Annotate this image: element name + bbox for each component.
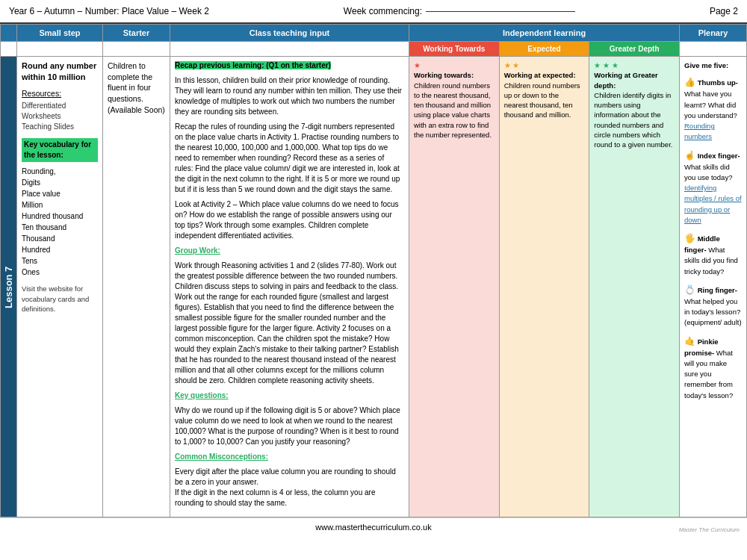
lesson-label: Lesson 7 <box>1 57 17 517</box>
sub-small-step <box>17 42 103 57</box>
col-header-teaching: Class teaching input <box>170 25 409 42</box>
resource-3: Teaching Slides <box>22 122 98 132</box>
recap-rules: Recap the rules of rounding using the 7-… <box>175 122 404 195</box>
sub-working: Working Towards <box>409 42 500 57</box>
recap-heading: Recap previous learning: (Q1 on the star… <box>175 60 404 71</box>
sub-expected: Expected <box>499 42 589 57</box>
plenary-item-1: 👍 Thumbs up- What have you learnt? What … <box>684 75 742 142</box>
middle-icon: 🖐 <box>684 233 695 243</box>
vocab-rounding: Rounding, <box>22 166 98 177</box>
footer-url: www.masterthecurriculum.co.uk <box>315 523 431 532</box>
plenary-item-4: 💍 Ring finger- What helped you in today'… <box>684 283 742 329</box>
sub-greater: Greater Depth <box>589 42 680 57</box>
activity2: Look at Activity 2 – Which place value c… <box>175 199 404 241</box>
col-header-indep: Independent learning <box>409 25 680 42</box>
sub-plenary <box>680 42 747 57</box>
vocab-tens: Tens <box>22 255 98 267</box>
page-footer: www.masterthecurriculum.co.uk Master The… <box>0 517 747 536</box>
plenary-label-4: Ring finger- <box>698 286 737 294</box>
working-cell: ★ Working towards: Children round number… <box>409 57 500 517</box>
common-misc-body: Every digit after the place value column… <box>175 467 404 508</box>
plenary-cell: Give me five: 👍 Thumbs up- What have you… <box>680 57 747 517</box>
col-header-plenary: Plenary <box>680 25 747 42</box>
greater-body: Children identify digits in numbers usin… <box>594 90 675 150</box>
plenary-link-1: Rounding numbers <box>684 122 715 140</box>
expected-body: Children round numbers up or down to the… <box>504 81 585 120</box>
plenary-item-3: 🖐 Middle finger- What skills did you fin… <box>684 231 742 277</box>
vocab-ones: Ones <box>22 267 98 278</box>
vocab-list: Rounding, Digits Place value Million Hun… <box>22 166 98 278</box>
working-body: Children round numbers to the nearest th… <box>414 81 495 140</box>
sub-header-row: Working Towards Expected Greater Depth <box>1 42 747 57</box>
resource-1: Differentiated <box>22 101 98 111</box>
ring-icon: 💍 <box>684 284 695 295</box>
expected-label: Working at expected: <box>504 70 585 80</box>
group-work-label: Group Work: <box>175 246 220 255</box>
plenary-label-2: Index finger- <box>698 152 740 160</box>
recap-body: In this lesson, children build on their … <box>175 75 404 117</box>
key-questions-label: Key questions: <box>175 391 229 399</box>
common-misc-heading: Common Misconceptions: <box>175 452 404 462</box>
group-work-heading: Group Work: <box>175 246 404 256</box>
vocab-hundred: Hundred <box>22 244 98 255</box>
key-vocab-highlight: Key vocabulary for the lesson: <box>22 138 98 162</box>
vocab-ten-thousand: Ten thousand <box>22 222 98 233</box>
recap-heading-text: Recap previous learning: (Q1 on the star… <box>175 61 331 69</box>
vocab-thousand: Thousand <box>22 233 98 244</box>
greater-cell: ★ ★ ★ Working at Greater depth: Children… <box>589 57 680 517</box>
plenary-text-2: What skills did you use today? <box>684 163 732 181</box>
pinkie-icon: 🤙 <box>684 336 695 346</box>
plenary-item-5: 🤙 Pinkie promise- What will you make sur… <box>684 335 742 401</box>
index-icon: ☝ <box>684 150 695 161</box>
footer-logo: Master The Curriculum <box>679 526 740 533</box>
vocab-hundred-thousand: Hundred thousand <box>22 211 98 222</box>
thumbs-icon: 👍 <box>684 77 695 87</box>
col-header-starter: Starter <box>103 25 170 42</box>
common-misc-label: Common Misconceptions: <box>175 452 268 461</box>
expected-stars: ★ ★ <box>504 60 585 70</box>
vocab-digits: Digits <box>22 177 98 188</box>
plenary-text-1: What have you learnt? What did you under… <box>684 90 737 119</box>
week-line <box>426 11 575 12</box>
small-step-cell: Round any number within 10 million Resou… <box>17 57 103 517</box>
vocab-place-value: Place value <box>22 188 98 199</box>
key-questions-heading: Key questions: <box>175 391 404 401</box>
vocab-million: Million <box>22 199 98 211</box>
working-star: ★ <box>414 60 495 70</box>
plenary-item-2: ☝ Index finger- What skills did you use … <box>684 149 742 226</box>
starter-cell: Children to complete the fluent in four … <box>103 57 170 517</box>
lesson-header-spacer <box>1 25 17 42</box>
small-step-title: Round any number within 10 million <box>22 60 98 84</box>
expected-cell: ★ ★ Working at expected: Children round … <box>499 57 589 517</box>
resources-label: Resources: <box>22 88 98 99</box>
key-questions-body: Why do we round up if the following digi… <box>175 405 404 447</box>
lesson-table: Small step Starter Class teaching input … <box>0 24 747 517</box>
plenary-label-1: Thumbs up- <box>698 78 738 87</box>
week-commencing: Week commencing: <box>344 6 575 16</box>
resources-list: Differentiated Worksheets Teaching Slide… <box>22 101 98 132</box>
page-number: Page 2 <box>710 6 738 16</box>
page-header: Year 6 – Autumn – Number: Place Value – … <box>0 0 747 24</box>
sub-spacer <box>1 42 17 57</box>
group-work-body: Work through Reasoning activities 1 and … <box>175 261 404 386</box>
sub-teaching <box>170 42 409 57</box>
lesson-row: Lesson 7 Round any number within 10 mill… <box>1 57 747 517</box>
resource-2: Worksheets <box>22 111 98 122</box>
visit-text: Visit the website for vocabulary cards a… <box>22 284 98 314</box>
page-title: Year 6 – Autumn – Number: Place Value – … <box>9 6 209 16</box>
plenary-text-4: What helped you in today's lesson? (equi… <box>684 297 742 327</box>
greater-label: Working at Greater depth: <box>594 70 675 90</box>
greater-stars: ★ ★ ★ <box>594 60 675 70</box>
plenary-link-2: Identifying multiples / rules of roundin… <box>684 184 742 224</box>
col-header-small-step: Small step <box>17 25 103 42</box>
column-header-row: Small step Starter Class teaching input … <box>1 25 747 42</box>
plenary-intro: Give me five: <box>684 60 742 71</box>
sub-starter <box>103 42 170 57</box>
working-label: Working towards: <box>414 70 495 80</box>
teaching-cell: Recap previous learning: (Q1 on the star… <box>170 57 409 517</box>
starter-text: Children to complete the fluent in four … <box>108 60 165 115</box>
